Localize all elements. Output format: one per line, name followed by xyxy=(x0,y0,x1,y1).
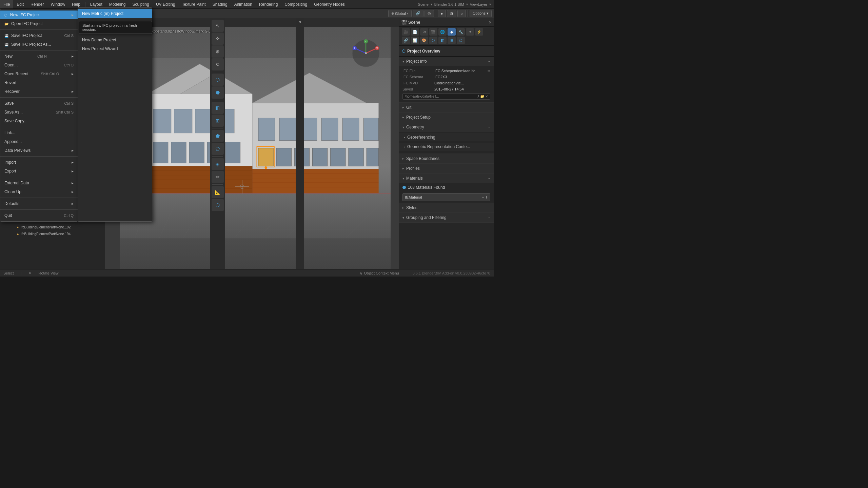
project-info-header[interactable]: ▾ Project Info − xyxy=(399,57,494,66)
view-layer-btn[interactable]: 🗂 xyxy=(420,28,428,36)
git-header[interactable]: ▸ Git xyxy=(399,103,494,112)
collapse-btn[interactable]: ◀ xyxy=(298,20,301,23)
import-item[interactable]: Import ▸ xyxy=(0,158,78,167)
ifc-tool-4[interactable]: ⊞ xyxy=(212,115,224,127)
quit-item[interactable]: Quit Ctrl Q xyxy=(0,211,78,220)
material-type-dropdown[interactable]: IfcMaterial ▾ ⬇ xyxy=(402,193,490,201)
proportional-btn[interactable]: ◎ xyxy=(425,10,434,17)
open-item[interactable]: Open... Ctrl O xyxy=(0,61,78,69)
cursor-tool[interactable]: ✛ xyxy=(212,33,224,45)
ifc-tool-6[interactable]: ⬠ xyxy=(212,143,224,155)
shading-solid-btn[interactable]: ● xyxy=(438,10,446,17)
list-item[interactable]: ▲ IfcBuildingElementPart/None.194 xyxy=(0,230,105,237)
menu-texture[interactable]: Texture Paint xyxy=(179,0,209,8)
list-item[interactable]: ▲ IfcBuildingElementPart/None.192 xyxy=(0,224,105,230)
new-metric-m-item[interactable]: New Metric (m) Project xyxy=(78,9,152,18)
menu-rendering[interactable]: Rendering xyxy=(256,0,281,8)
section-collapse-btn[interactable]: − xyxy=(488,60,490,63)
grouping-collapse-btn[interactable]: − xyxy=(488,216,490,220)
axes-widget[interactable]: Y X Z xyxy=(351,38,381,68)
menu-geo-nodes[interactable]: Geometry Nodes xyxy=(311,0,348,8)
data-props-btn[interactable]: 📊 xyxy=(411,37,419,44)
edit-ifc-file-btn[interactable]: ✏ xyxy=(488,69,490,73)
styles-header[interactable]: ▸ Styles xyxy=(399,203,494,212)
filepath-close-btn[interactable]: ✕ xyxy=(485,95,488,98)
menu-file[interactable]: File xyxy=(0,0,13,8)
save-as-item[interactable]: Save As... Shift Ctrl S xyxy=(0,108,78,117)
menu-animation[interactable]: Animation xyxy=(231,0,256,8)
physics-props-btn[interactable]: ⚡ xyxy=(475,28,483,36)
ifc-props-btn-3[interactable]: ⊞ xyxy=(448,37,456,44)
ifc-props-btn-1[interactable]: ⬡ xyxy=(429,37,437,44)
menu-render[interactable]: Render xyxy=(27,0,47,8)
georeferencing-header[interactable]: ▸ Georeferencing xyxy=(399,133,494,141)
profiles-header[interactable]: ▸ Profiles xyxy=(399,164,494,173)
geometry-header[interactable]: ▾ Geometry − xyxy=(399,122,494,132)
ifc-tool-7[interactable]: ◈ xyxy=(212,158,224,170)
save-ifc-project-as-item[interactable]: 💾 Save IFC Project As... xyxy=(0,40,78,49)
save-item[interactable]: Save Ctrl S xyxy=(0,99,78,108)
new-demo-item[interactable]: New Demo Project xyxy=(78,36,152,44)
recover-item[interactable]: Recover ▸ xyxy=(0,87,78,96)
materials-collapse-btn[interactable]: − xyxy=(488,177,490,180)
move-tool[interactable]: ⊕ xyxy=(212,45,224,58)
select-tool[interactable]: ↖ xyxy=(212,20,224,32)
append-item[interactable]: Append... xyxy=(0,137,78,146)
menu-compositing[interactable]: Compositing xyxy=(281,0,311,8)
new-item[interactable]: New Ctrl N ▸ xyxy=(0,52,78,61)
material-props-btn[interactable]: 🎨 xyxy=(420,37,428,44)
grouping-header[interactable]: ▾ Grouping and Filtering − xyxy=(399,213,494,222)
materials-header[interactable]: ▾ Materials − xyxy=(399,174,494,183)
ifc-tool-1[interactable]: ⬡ xyxy=(212,74,224,86)
ifc-props-btn-2[interactable]: ◧ xyxy=(438,37,447,44)
data-previews-item[interactable]: Data Previews ▸ xyxy=(0,146,78,155)
measure-tool[interactable]: 📐 xyxy=(212,186,224,198)
menu-window[interactable]: Window xyxy=(47,0,68,8)
building-scene[interactable]: Y X Z xyxy=(120,27,391,269)
particles-props-btn[interactable]: ✦ xyxy=(466,28,474,36)
scene-props-btn[interactable]: 🎬 xyxy=(429,28,437,36)
panel-close-btn[interactable]: ✕ xyxy=(489,20,492,25)
menu-uv[interactable]: UV Editing xyxy=(153,0,179,8)
space-boundaries-header[interactable]: ▸ Space Boundaries xyxy=(399,154,494,163)
project-wizard-item[interactable]: New Project Wizard xyxy=(78,44,152,53)
ifc-tool-3[interactable]: ◧ xyxy=(212,102,224,114)
filepath-folder-btn[interactable]: 📁 xyxy=(480,95,484,98)
object-props-btn[interactable]: ◆ xyxy=(448,28,456,36)
snap-btn[interactable]: 🔗 xyxy=(413,10,423,17)
render-props-btn[interactable]: 🎥 xyxy=(402,28,410,36)
transform-global-btn[interactable]: ⊕ Global ▾ xyxy=(388,10,412,17)
open-ifc-project-item[interactable]: 📂 Open IFC Project xyxy=(0,19,78,28)
save-ifc-project-item[interactable]: 💾 Save IFC Project Ctrl S xyxy=(0,31,78,40)
revert-item[interactable]: Revert xyxy=(0,78,78,87)
save-copy-item[interactable]: Save Copy... xyxy=(0,117,78,125)
world-props-btn[interactable]: 🌐 xyxy=(438,28,447,36)
new-ifc-project-item[interactable]: ⬡ New IFC Project ▸ xyxy=(0,11,78,19)
menu-shading[interactable]: Shading xyxy=(209,0,231,8)
shading-mat-btn[interactable]: ◑ xyxy=(447,10,456,17)
open-recent-item[interactable]: Open Recent Shift Ctrl O ▸ xyxy=(0,69,78,78)
constraints-btn[interactable]: 🔗 xyxy=(402,37,410,44)
material-download-btn[interactable]: ⬇ xyxy=(485,196,488,199)
export-item[interactable]: Export ▸ xyxy=(0,167,78,176)
rotate-tool[interactable]: ↻ xyxy=(212,58,224,70)
ifc-tool-8[interactable]: ⬡ xyxy=(212,199,224,211)
filepath-refresh-btn[interactable]: ↺ xyxy=(476,95,479,98)
link-item[interactable]: Link... xyxy=(0,128,78,137)
ifc-tool-2[interactable]: ⬣ xyxy=(212,86,224,99)
cleanup-item[interactable]: Clean Up ▸ xyxy=(0,187,78,196)
output-props-btn[interactable]: 📄 xyxy=(411,28,419,36)
menu-sep-8 xyxy=(0,209,78,210)
menu-edit[interactable]: Edit xyxy=(13,0,27,8)
annotate-tool[interactable]: ✏ xyxy=(212,171,224,183)
external-data-item[interactable]: External Data ▸ xyxy=(0,179,78,187)
ifc-tool-5[interactable]: ⬟ xyxy=(212,130,224,142)
geometry-collapse-btn[interactable]: − xyxy=(488,125,490,129)
modifier-props-btn[interactable]: 🔧 xyxy=(457,28,465,36)
shading-render-btn[interactable]: ○ xyxy=(457,10,466,17)
geo-rep-header[interactable]: ▸ Geometric Representation Conte... xyxy=(399,143,494,151)
options-btn[interactable]: Options ▾ xyxy=(470,10,492,17)
ifc-props-btn-4[interactable]: ⬠ xyxy=(457,37,465,44)
project-setup-header[interactable]: ▸ Project Setup xyxy=(399,113,494,122)
defaults-item[interactable]: Defaults ▸ xyxy=(0,199,78,208)
